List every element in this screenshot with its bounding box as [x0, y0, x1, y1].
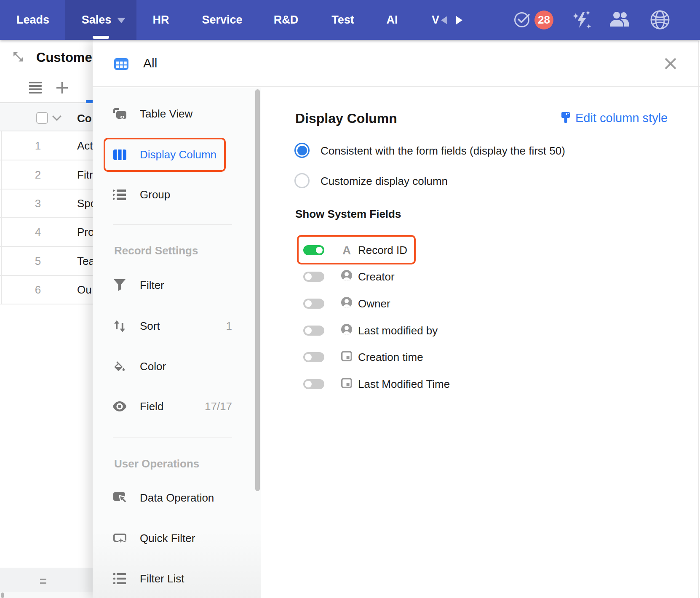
svg-text:A: A — [342, 244, 351, 256]
